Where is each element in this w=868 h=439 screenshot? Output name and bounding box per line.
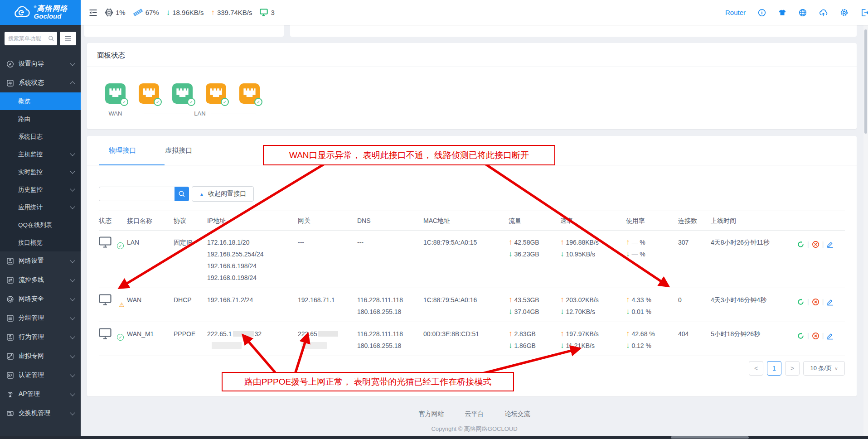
- table-toolbar: ▲ 收起闲置接口: [99, 186, 857, 202]
- theme-tshirt-icon[interactable]: [778, 9, 786, 16]
- tab-virtual-interfaces[interactable]: 虚拟接口: [155, 146, 202, 155]
- port-ok-badge: ✓: [154, 98, 162, 106]
- disable-icon[interactable]: [812, 241, 820, 248]
- sidebar-item-vpn[interactable]: 虚拟专网: [0, 347, 81, 366]
- port-wan: ✓: [105, 83, 126, 104]
- vertical-scrollbar-thumb[interactable]: [864, 29, 867, 134]
- edit-icon[interactable]: [826, 298, 834, 306]
- refresh-icon[interactable]: [797, 241, 805, 248]
- active-tab-underline: [99, 164, 165, 165]
- port-lan-3: ✓: [206, 83, 226, 104]
- interface-uptime: 4天8小时26分钟11秒: [711, 236, 797, 248]
- panel-status-title: 面板状态: [87, 43, 857, 67]
- tab-physical-interfaces[interactable]: 物理接口: [99, 146, 146, 155]
- chevron-down-icon: [70, 277, 75, 282]
- sidebar-item-system-log[interactable]: 系统日志: [0, 128, 81, 145]
- sidebar-item-auth-management[interactable]: 认证管理: [0, 366, 81, 385]
- sidebar-item-app-stats[interactable]: 应用统计: [0, 198, 81, 216]
- panel-status-card: 面板状态 ✓ ✓ ✓: [87, 43, 857, 129]
- sidebar-item-routing[interactable]: 路由: [0, 110, 81, 128]
- check-badge: ✓: [117, 242, 124, 249]
- interface-gateway: 192.168.71.1: [298, 294, 357, 306]
- chevron-down-icon: [70, 372, 75, 377]
- annotation-pppoe-normal: 路由PPPOE拨号上网正常， 表明宽带的光猫已经工作在桥接模式: [222, 372, 514, 391]
- chevron-down-icon: [70, 315, 75, 320]
- sidebar-item-qq-online-list[interactable]: QQ在线列表: [0, 216, 81, 234]
- sidebar-item-interface-overview[interactable]: 接口概览: [0, 234, 81, 251]
- pagination-prev-button[interactable]: <: [749, 361, 763, 376]
- interface-uptime: 4天3小时46分钟4秒: [711, 294, 797, 306]
- horizontal-scrollbar: [0, 436, 868, 439]
- download-stat: ↓ 18.96KB/s: [166, 8, 204, 17]
- search-button[interactable]: [175, 187, 189, 201]
- sidebar-item-history-monitor[interactable]: 历史监控: [0, 181, 81, 198]
- sidebar: 设置向导 系统状态 概览 路由 系统日志 主机监控: [0, 25, 81, 439]
- sidebar-item-network-security[interactable]: 网络安全: [0, 289, 81, 309]
- sidebar-search-row: [0, 25, 81, 50]
- collapse-idle-interfaces-button[interactable]: ▲ 收起闲置接口: [192, 186, 254, 202]
- interface-name: LAN: [127, 236, 174, 248]
- horizontal-scrollbar-thumb[interactable]: [671, 436, 749, 439]
- sidebar-nav: 设置向导 系统状态 概览 路由 系统日志 主机监控: [0, 54, 81, 437]
- footer-link-forum[interactable]: 论坛交流: [505, 410, 530, 418]
- menu-fold-icon[interactable]: [89, 9, 97, 16]
- sidebar-item-system-status[interactable]: 系统状态: [0, 73, 81, 92]
- chevron-down-icon: [70, 61, 75, 66]
- chevron-down-icon: [70, 169, 75, 174]
- chevron-down-icon: [70, 410, 75, 415]
- sidebar-item-switch-management[interactable]: 交换机管理: [0, 404, 81, 423]
- flow-control-icon: [6, 276, 14, 284]
- search-icon: [178, 190, 185, 198]
- sidebar-item-realtime-monitor[interactable]: 实时监控: [0, 163, 81, 181]
- port-lan-1: ✓: [139, 83, 159, 104]
- disable-icon[interactable]: [812, 332, 820, 340]
- footer-link-official-site[interactable]: 官方网站: [419, 410, 444, 418]
- menu-list-button[interactable]: [60, 32, 76, 45]
- info-icon[interactable]: [758, 9, 766, 17]
- cloud-upload-icon[interactable]: [819, 9, 828, 17]
- interface-protocol: 固定IP: [174, 236, 207, 248]
- top-bar: ®高恪网络 Gocloud 1%: [0, 0, 868, 25]
- status-warning-icon: ⚠: [99, 294, 122, 306]
- memory-stat: 67%: [133, 9, 159, 16]
- pagination-page-1[interactable]: 1: [767, 361, 781, 376]
- edit-icon[interactable]: [826, 332, 834, 340]
- sidebar-item-group-management[interactable]: 分组管理: [0, 309, 81, 328]
- footer-link-cloud-platform[interactable]: 云平台: [465, 410, 484, 418]
- gear-icon[interactable]: [840, 8, 849, 17]
- sidebar-item-host-monitor[interactable]: 主机监控: [0, 145, 81, 163]
- lan-bracket-line: [144, 114, 189, 114]
- vertical-scrollbar: [863, 25, 868, 436]
- chevron-down-icon: [70, 151, 75, 156]
- sidebar-item-behavior-management[interactable]: 行为管理: [0, 328, 81, 347]
- sidebar-item-network-settings[interactable]: 网络设置: [0, 251, 81, 270]
- interface-search-input[interactable]: [99, 187, 175, 201]
- refresh-icon[interactable]: [797, 332, 805, 340]
- status-ok-icon: ✓: [99, 236, 122, 248]
- disable-icon[interactable]: [812, 298, 820, 306]
- page-size-select[interactable]: 10 条/页 ∨: [803, 361, 845, 376]
- interface-rate: ↑ 196.88KB/s ↓ 10.95KB/s: [560, 236, 626, 260]
- refresh-icon[interactable]: [797, 298, 805, 306]
- interface-protocol: DHCP: [174, 294, 207, 306]
- monitor-icon: [260, 9, 269, 16]
- memory-value: 67%: [145, 9, 159, 16]
- gocloud-router-dashboard: ®高恪网络 Gocloud 1%: [0, 0, 868, 439]
- warning-badge: ⚠: [119, 302, 125, 308]
- upload-arrow-icon: ↑: [211, 8, 215, 17]
- pagination-next-button[interactable]: >: [785, 361, 800, 376]
- annotation-wan-abnormal: WAN口显示异常， 表明此接口不通， 线路侦测已将此接口断开: [263, 145, 555, 165]
- port-ok-badge: ✓: [221, 98, 229, 106]
- sidebar-item-ap-management[interactable]: AP管理: [0, 385, 81, 404]
- interface-ip: 192.168.71.2/24: [207, 294, 298, 306]
- chevron-down-icon: [70, 258, 75, 263]
- sidebar-item-setup-wizard[interactable]: 设置向导: [0, 54, 81, 73]
- edit-icon[interactable]: [826, 241, 834, 248]
- chevron-down-icon: [70, 204, 75, 209]
- router-link[interactable]: Router: [725, 9, 746, 16]
- globe-icon[interactable]: [799, 9, 807, 17]
- interface-connections: 307: [678, 236, 711, 248]
- logout-icon[interactable]: [861, 9, 868, 17]
- sidebar-item-flow-control[interactable]: 流控多线: [0, 270, 81, 289]
- sidebar-item-overview[interactable]: 概览: [0, 92, 81, 110]
